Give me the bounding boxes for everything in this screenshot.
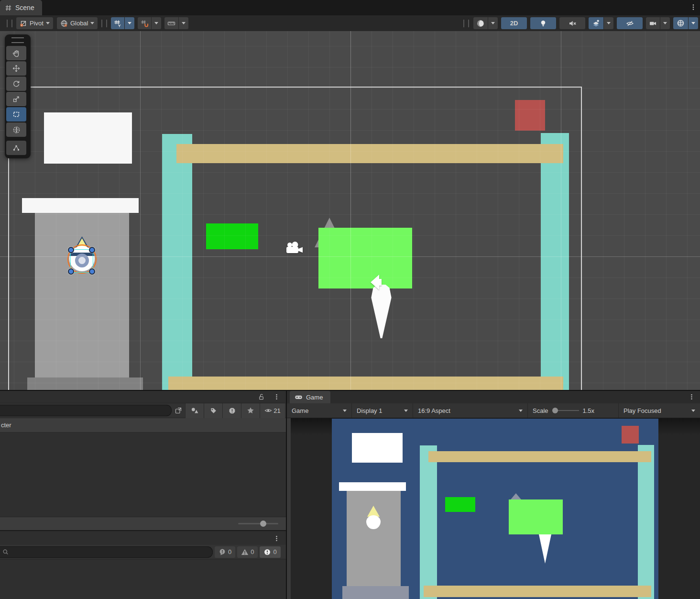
pillar-cap[interactable] bbox=[339, 482, 406, 491]
wall-left[interactable] bbox=[162, 134, 192, 390]
console-kebab-icon[interactable] bbox=[273, 535, 280, 542]
rect-handle-top-right[interactable] bbox=[89, 247, 95, 253]
filter-by-label-button[interactable] bbox=[204, 403, 222, 418]
platform-top[interactable] bbox=[176, 144, 563, 163]
snap-increment-dropdown[interactable] bbox=[179, 17, 188, 29]
favorites-filter-button[interactable] bbox=[241, 403, 260, 418]
scene-kebab-icon[interactable] bbox=[689, 3, 697, 11]
project-content-area[interactable] bbox=[0, 433, 286, 517]
green-block[interactable] bbox=[445, 497, 475, 512]
grid-visibility-dropdown[interactable] bbox=[125, 17, 134, 29]
effects-sparkle-icon bbox=[592, 19, 600, 27]
white-platform[interactable] bbox=[352, 433, 403, 463]
wall-left[interactable] bbox=[420, 445, 437, 599]
camera-settings-dropdown[interactable] bbox=[660, 17, 670, 29]
scene-visibility-button[interactable] bbox=[617, 17, 643, 29]
audio-source-gizmo-icon[interactable] bbox=[369, 273, 383, 291]
hand-tool-button[interactable] bbox=[6, 46, 26, 60]
tab-scene[interactable]: Scene bbox=[0, 0, 42, 15]
tool-palette bbox=[5, 34, 31, 158]
console-log-area[interactable] bbox=[0, 559, 286, 599]
camera-gizmo-icon[interactable] bbox=[285, 242, 304, 255]
rect-handle-bottom-right[interactable] bbox=[89, 268, 95, 275]
selected-item-label: cter bbox=[0, 422, 11, 429]
pillar-cap[interactable] bbox=[22, 198, 139, 213]
effects-dropdown[interactable] bbox=[604, 17, 613, 29]
scale-tool-button[interactable] bbox=[6, 92, 26, 106]
draw-mode-button[interactable] bbox=[473, 17, 488, 29]
hand-icon bbox=[12, 49, 21, 57]
filter-by-type-button[interactable] bbox=[185, 403, 204, 418]
wall-right[interactable] bbox=[541, 133, 569, 390]
scene-effects-button[interactable] bbox=[589, 17, 603, 29]
game-viewport[interactable] bbox=[332, 419, 658, 599]
pillar[interactable] bbox=[347, 491, 401, 586]
toolbar-drag-handle[interactable] bbox=[101, 20, 107, 27]
2d-mode-button[interactable]: 2D bbox=[501, 17, 527, 29]
lock-open-icon[interactable] bbox=[258, 393, 265, 400]
project-selected-row[interactable]: cter bbox=[0, 418, 286, 433]
icon-size-slider[interactable] bbox=[238, 523, 278, 524]
white-spike[interactable] bbox=[539, 534, 551, 564]
green-block-large[interactable] bbox=[509, 499, 563, 534]
open-new-window-icon[interactable] bbox=[175, 407, 182, 414]
aspect-ratio-dropdown[interactable]: 16:9 Aspect bbox=[413, 403, 528, 418]
scale-slider-knob[interactable] bbox=[552, 408, 558, 413]
rect-handle-bottom-left[interactable] bbox=[68, 268, 74, 275]
console-error-toggle[interactable]: 0 bbox=[260, 546, 280, 558]
platform-bottom[interactable] bbox=[168, 377, 563, 390]
gizmos-button[interactable] bbox=[673, 17, 688, 29]
snap-increment-button[interactable] bbox=[164, 17, 178, 29]
global-dropdown[interactable]: Global bbox=[57, 17, 98, 29]
draw-mode-dropdown[interactable] bbox=[488, 17, 498, 29]
game-kebab-icon[interactable] bbox=[688, 393, 695, 400]
gamepad-icon bbox=[295, 393, 303, 401]
hidden-count-button[interactable]: 21 bbox=[260, 403, 285, 418]
pillar-base[interactable] bbox=[342, 586, 409, 599]
scene-audio-button[interactable] bbox=[559, 17, 585, 29]
platform-bottom[interactable] bbox=[424, 586, 651, 597]
scale-label: Scale bbox=[533, 407, 548, 414]
rotate-tool-button[interactable] bbox=[6, 77, 26, 91]
scene-camera-button[interactable] bbox=[646, 17, 660, 29]
console-message-toggle[interactable]: 0 bbox=[215, 546, 235, 558]
wall-right[interactable] bbox=[638, 445, 654, 599]
project-search-input[interactable] bbox=[0, 405, 172, 416]
transform-tool-button[interactable] bbox=[6, 122, 26, 137]
toolbar-drag-handle[interactable] bbox=[7, 20, 12, 27]
toolbar-drag-handle[interactable] bbox=[463, 20, 469, 27]
chevron-down-icon bbox=[491, 22, 495, 24]
grid-snap-dropdown[interactable] bbox=[152, 17, 161, 29]
pillar-base[interactable] bbox=[27, 377, 143, 390]
project-kebab-icon[interactable] bbox=[273, 393, 280, 400]
gizmos-dropdown[interactable] bbox=[689, 17, 698, 29]
red-block[interactable] bbox=[515, 100, 545, 131]
palette-drag-handle[interactable] bbox=[11, 37, 24, 43]
gizmo-sphere-icon bbox=[677, 19, 685, 27]
platform-top[interactable] bbox=[428, 451, 651, 462]
rect-handle-top-left[interactable] bbox=[68, 247, 74, 253]
grid-visibility-button[interactable] bbox=[111, 17, 124, 29]
display-dropdown[interactable]: Display 1 bbox=[352, 403, 413, 418]
scene-view[interactable] bbox=[0, 31, 700, 390]
grid-snap-button[interactable] bbox=[138, 17, 151, 29]
game-view-dropdown[interactable]: Game bbox=[287, 403, 352, 418]
green-block[interactable] bbox=[206, 223, 258, 249]
pivot-dropdown[interactable]: Pivot bbox=[16, 17, 53, 29]
green-block-large[interactable] bbox=[318, 228, 412, 288]
importance-filter-button[interactable] bbox=[222, 403, 241, 418]
scene-lighting-button[interactable] bbox=[530, 17, 556, 29]
white-spike[interactable] bbox=[371, 285, 392, 338]
rect-tool-button[interactable] bbox=[6, 107, 26, 122]
gray-spike[interactable] bbox=[511, 493, 521, 499]
play-focused-dropdown[interactable]: Play Focused bbox=[619, 403, 700, 418]
scale-slider[interactable] bbox=[552, 408, 579, 413]
red-block[interactable] bbox=[622, 426, 639, 444]
custom-tool-button[interactable] bbox=[6, 141, 26, 155]
slider-knob[interactable] bbox=[260, 521, 266, 527]
console-search-input[interactable] bbox=[0, 546, 213, 558]
tab-game[interactable]: Game bbox=[290, 391, 330, 403]
move-tool-button[interactable] bbox=[6, 61, 26, 76]
white-platform[interactable] bbox=[44, 112, 132, 164]
console-warning-toggle[interactable]: 0 bbox=[237, 546, 258, 558]
